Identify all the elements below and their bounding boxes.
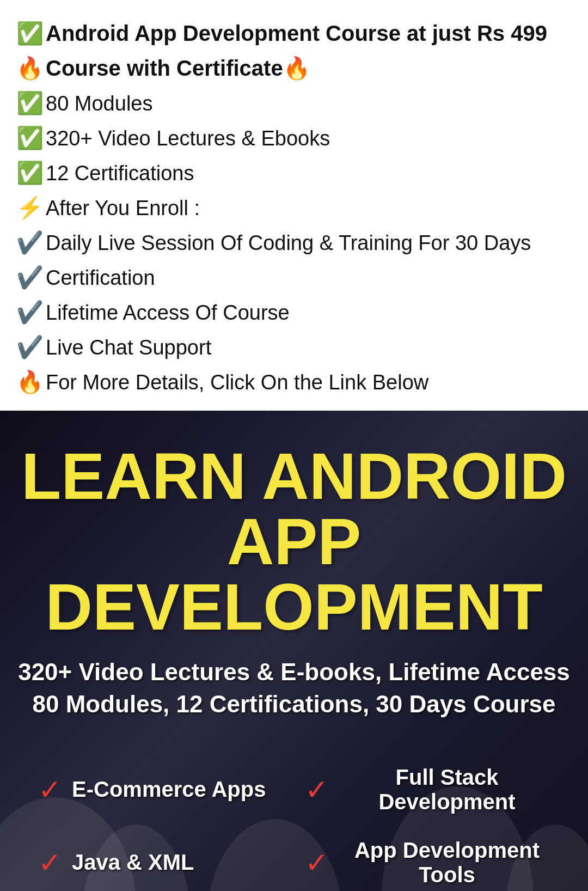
- top-section: ✅Android App Development Course at just …: [0, 0, 588, 411]
- line-text: 80 Modules: [46, 88, 152, 120]
- line-emoji: ⚡: [16, 191, 44, 224]
- feature-item: ✓Java & XML: [27, 826, 294, 891]
- line-text: Live Chat Support: [46, 332, 211, 364]
- feature-item: ✓App Development Tools: [294, 826, 561, 891]
- feature-item: ✓Full Stack Development: [294, 753, 561, 826]
- banner-subtitle: 320+ Video Lectures & E-books, Lifetime …: [16, 656, 572, 721]
- top-line: ✔️Daily Live Session Of Coding & Trainin…: [16, 225, 572, 259]
- feature-label: App Development Tools: [339, 838, 555, 887]
- banner-section: LEARN ANDROID APP DEVELOPMENT 320+ Video…: [0, 411, 588, 891]
- line-text: Android App Development Course at just R…: [46, 16, 547, 50]
- top-line: ✅Android App Development Course at just …: [16, 16, 572, 50]
- features-grid: ✓E-Commerce Apps✓Full Stack Development✓…: [16, 753, 572, 891]
- line-text: Course with Certificate🔥: [46, 51, 310, 85]
- top-line: ✅80 Modules: [16, 86, 572, 120]
- top-line: ⚡After You Enroll :: [16, 191, 572, 224]
- line-text: Certification: [46, 262, 155, 294]
- banner-title: LEARN ANDROID APP DEVELOPMENT: [16, 443, 572, 639]
- banner-content: LEARN ANDROID APP DEVELOPMENT 320+ Video…: [0, 411, 588, 891]
- top-line: ✅320+ Video Lectures & Ebooks: [16, 121, 572, 155]
- line-text: For More Details, Click On the Link Belo…: [46, 367, 428, 399]
- line-emoji: ✔️: [16, 330, 44, 364]
- check-icon: ✓: [38, 773, 62, 806]
- line-emoji: ✔️: [16, 295, 44, 329]
- line-emoji: ✅: [16, 86, 44, 120]
- line-emoji: ✅: [16, 156, 44, 190]
- top-line: ✔️Lifetime Access Of Course: [16, 295, 572, 329]
- top-line: ✅12 Certifications: [16, 156, 572, 190]
- line-emoji: ✔️: [16, 225, 44, 259]
- top-line: 🔥 For More Details, Click On the Link Be…: [16, 365, 572, 399]
- feature-label: Full Stack Development: [339, 765, 555, 814]
- feature-item: ✓E-Commerce Apps: [27, 753, 294, 826]
- top-line: ✔️Certification: [16, 260, 572, 294]
- line-emoji: 🔥: [16, 51, 44, 85]
- check-icon: ✓: [305, 773, 329, 806]
- top-line: 🔥Course with Certificate🔥: [16, 51, 572, 85]
- line-text: Lifetime Access Of Course: [46, 297, 290, 329]
- line-emoji: ✅: [16, 121, 44, 155]
- line-text: 12 Certifications: [46, 157, 194, 190]
- line-text: Daily Live Session Of Coding & Training …: [46, 227, 531, 259]
- check-icon: ✓: [305, 846, 329, 879]
- feature-label: E-Commerce Apps: [72, 777, 266, 802]
- feature-label: Java & XML: [72, 850, 194, 875]
- line-text: 320+ Video Lectures & Ebooks: [46, 123, 330, 155]
- line-emoji: 🔥: [16, 365, 44, 399]
- line-text: After You Enroll :: [46, 192, 200, 224]
- top-line: ✔️Live Chat Support: [16, 330, 572, 364]
- line-emoji: ✔️: [16, 260, 44, 294]
- line-emoji: ✅: [16, 16, 44, 50]
- check-icon: ✓: [38, 846, 62, 879]
